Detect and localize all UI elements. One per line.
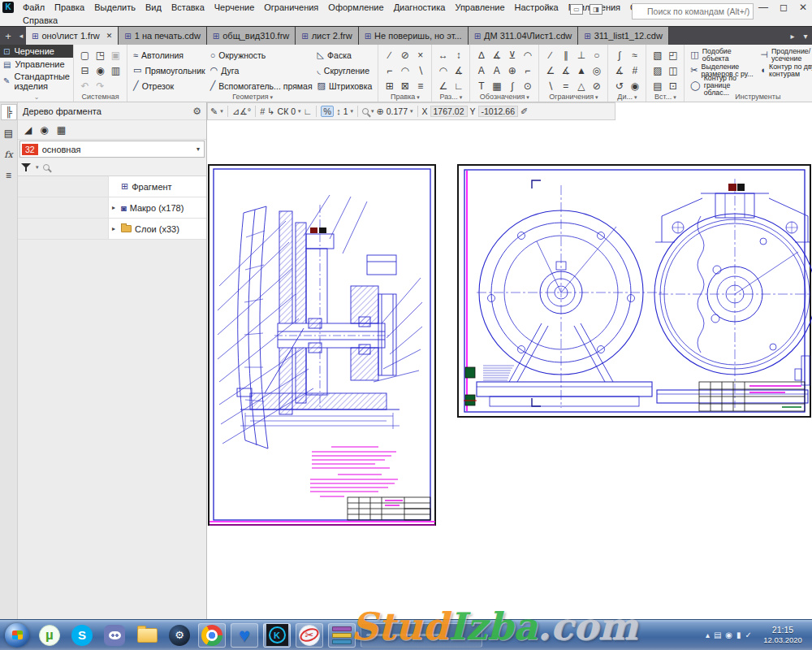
oboznach-tool-icon-11[interactable]: ⊙ — [520, 78, 535, 93]
view-mode-icon[interactable]: ◨ — [590, 4, 603, 15]
start-button[interactable] — [3, 623, 31, 648]
document-tab-3[interactable]: ⊞лист 2.frw — [296, 27, 358, 45]
tree-item-1[interactable]: ▸◙Макро (x178) — [18, 197, 206, 219]
tree-item-2[interactable]: ▸Слои (x33) — [18, 219, 206, 240]
geometry-tool-5[interactable]: ╱Вспомогатель... прямая — [208, 78, 315, 93]
vst-tool-icon-2[interactable]: ▨ — [650, 63, 665, 78]
steam[interactable]: ⚙ — [166, 623, 193, 648]
oboznach-tool-icon-2[interactable]: ⊻ — [504, 47, 520, 63]
vst-tool-icon-0[interactable]: ▧ — [650, 47, 665, 63]
geometry-tool-7[interactable]: ◟Скругление — [315, 63, 375, 78]
vst-tool-icon-5[interactable]: ⊡ — [665, 78, 680, 93]
tree-panel-icon[interactable]: ╠ — [1, 104, 17, 120]
skype[interactable]: S — [68, 623, 96, 648]
pen-dropdown-icon[interactable]: ▾ — [220, 108, 223, 115]
group-dropdown-icon[interactable]: ▾ — [594, 94, 598, 100]
pravka-tool-icon-1[interactable]: ⊘ — [397, 47, 412, 63]
document-tab-2[interactable]: ⊞общ_вид310.frw — [207, 27, 296, 45]
menu-item-0[interactable]: Файл — [18, 2, 50, 12]
oboznach-tool-icon-3[interactable]: ◠ — [520, 47, 535, 63]
winrar[interactable] — [328, 623, 356, 648]
oboznach-tool-icon-8[interactable]: T — [473, 78, 489, 93]
workspace-0[interactable]: ⊡Черчение — [0, 45, 73, 58]
ogranich-tool-icon-2[interactable]: ⊥ — [573, 47, 589, 63]
filter-icon[interactable] — [21, 162, 32, 172]
sistemnaya-tool-icon-5[interactable]: ▥ — [108, 63, 123, 78]
ogranich-tool-icon-4[interactable]: ∠ — [542, 63, 558, 78]
menu-item-4[interactable]: Вставка — [166, 2, 209, 12]
scroll-tabs-left-button[interactable]: ◂ — [16, 27, 26, 45]
oboznach-tool-icon-4[interactable]: A — [473, 63, 489, 78]
menu-item-1[interactable]: Правка — [50, 2, 89, 12]
vst-tool-icon-3[interactable]: ◫ — [665, 63, 680, 78]
pravka-tool-icon-0[interactable]: ∕ — [382, 47, 397, 63]
menu-item-10[interactable]: Настройка — [510, 2, 564, 12]
x-coordinate-value[interactable]: 1767.02 — [430, 106, 468, 117]
pravka-tool-icon-6[interactable]: ⊞ — [382, 78, 397, 93]
raz-tool-icon-4[interactable]: ∠ — [435, 78, 451, 93]
pravka-tool-icon-2[interactable]: × — [412, 47, 428, 63]
ogranich-tool-icon-11[interactable]: ⊘ — [589, 78, 604, 93]
snap-icon-2[interactable]: ° — [248, 106, 251, 116]
document-tab-5[interactable]: ⊞ДМ 311.04\Лист1.cdw — [469, 27, 579, 45]
cs-dropdown-icon[interactable]: ▾ — [298, 108, 301, 115]
menu-item-7[interactable]: Оформление — [323, 2, 388, 12]
workspace-2[interactable]: ✎Стандартные изделия — [0, 71, 73, 93]
taskbar-clock[interactable]: 21:15 12.03.2020 — [757, 625, 809, 645]
group-dropdown-icon[interactable]: ▾ — [633, 94, 637, 100]
sistemnaya-tool-icon-2[interactable]: ▣ — [108, 47, 123, 63]
oboznach-tool-icon-10[interactable]: ∫ — [504, 78, 520, 93]
di-tool-icon-4[interactable]: ↺ — [611, 78, 627, 93]
pravka-tool-icon-3[interactable]: ⌐ — [382, 63, 397, 78]
chevron-down-icon[interactable]: ▾ — [197, 145, 204, 153]
vst-tool-icon-1[interactable]: ◰ — [665, 47, 680, 63]
oboznach-tool-icon-1[interactable]: ∡ — [489, 47, 504, 63]
tree-item-0[interactable]: ⊞Фрагмент — [18, 176, 206, 197]
menu-item-6[interactable]: Ограничения — [259, 2, 323, 12]
coordinate-system-value[interactable]: СК 0 — [278, 106, 296, 116]
menu-item-3[interactable]: Вид — [140, 2, 166, 12]
sistemnaya-tool-icon-7[interactable]: ↷ — [93, 78, 108, 93]
raz-tool-icon-0[interactable]: ↔ — [435, 47, 451, 63]
menu-item-2[interactable]: Выделить — [89, 2, 140, 12]
tray-icon-3[interactable]: ▮ — [736, 630, 741, 639]
instruments-tool-3[interactable]: ⊣Продление/ усечение — [758, 47, 812, 63]
ogranich-tool-icon-8[interactable]: ∖ — [542, 78, 558, 93]
drawing-sheet-left[interactable] — [208, 164, 436, 526]
workspace-1[interactable]: ▤Управление — [0, 58, 73, 71]
raz-tool-icon-5[interactable]: ∟ — [451, 78, 466, 93]
oboznach-tool-icon-7[interactable]: ⌐ — [520, 63, 535, 78]
pipette-icon[interactable]: ✐ — [520, 106, 528, 117]
instruments-tool-0[interactable]: ◫Подобие объекта — [688, 47, 758, 63]
group-dropdown-icon[interactable]: ▾ — [415, 94, 419, 100]
instruments-tool-2[interactable]: ◯Контур по границе облас... — [688, 78, 758, 93]
ogranich-tool-icon-5[interactable]: ∡ — [558, 63, 573, 78]
scale-dropdown-icon[interactable]: ▾ — [410, 108, 413, 115]
ogranich-tool-icon-9[interactable]: = — [558, 78, 573, 93]
ogranich-tool-icon-6[interactable]: ▲ — [573, 63, 589, 78]
document-tab-1[interactable]: ⊞1 на печать.cdw — [119, 27, 207, 45]
snap-icons[interactable]: ⊿∡° — [232, 106, 252, 117]
parameters-panel-icon[interactable]: ▤ — [1, 125, 17, 141]
di-tool-icon-2[interactable]: ∡ — [611, 63, 627, 78]
tab-list-button[interactable]: ▾ — [799, 27, 812, 45]
zoom-tool-dropdown-icon[interactable]: ▾ — [371, 108, 374, 115]
instruments-tool-4[interactable]: ◖Контур по двум контурам — [758, 63, 812, 78]
menu-item-9[interactable]: Управление — [450, 2, 509, 12]
group-dropdown-icon[interactable]: ▾ — [525, 94, 529, 100]
pen-style-icon[interactable]: ✎ — [210, 106, 218, 117]
snap-icon-0[interactable]: ⊿ — [232, 106, 240, 116]
drawing-canvas[interactable] — [207, 120, 812, 619]
raz-tool-icon-3[interactable]: ∡ — [451, 63, 466, 78]
pravka-tool-icon-5[interactable]: ∖ — [412, 63, 428, 78]
ogranich-tool-icon-3[interactable]: ○ — [589, 47, 604, 63]
layer-dropdown-icon[interactable]: ▾ — [350, 108, 353, 115]
geometry-tool-0[interactable]: ≈Автолиния — [131, 47, 208, 63]
sistemnaya-tool-icon-3[interactable]: ⊟ — [77, 63, 93, 78]
snap-icon-1[interactable]: ∡ — [240, 106, 248, 116]
file-explorer[interactable] — [133, 623, 161, 648]
filter-dropdown-icon[interactable]: ▾ — [36, 164, 39, 171]
oboznach-tool-icon-6[interactable]: ⊕ — [504, 63, 520, 78]
new-tab-button[interactable]: + — [0, 27, 16, 45]
group-dropdown-icon[interactable]: ▾ — [458, 94, 462, 100]
